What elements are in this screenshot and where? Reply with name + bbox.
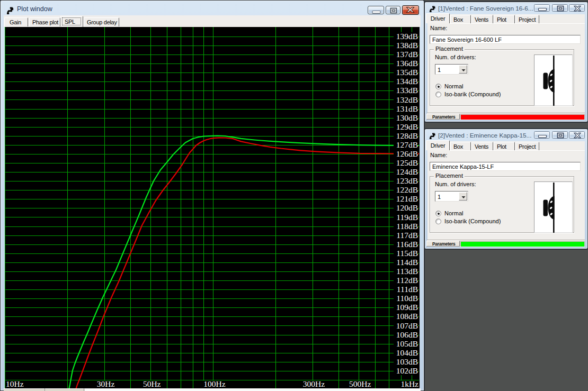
- svg-text:139dB: 139dB: [396, 32, 418, 41]
- svg-text:132dB: 132dB: [396, 95, 418, 104]
- svg-text:136dB: 136dB: [396, 59, 418, 68]
- svg-text:108dB: 108dB: [396, 312, 418, 321]
- svg-text:112dB: 112dB: [396, 276, 418, 285]
- svg-text:125dB: 125dB: [396, 158, 418, 167]
- svg-text:128dB: 128dB: [396, 131, 418, 140]
- svg-text:117dB: 117dB: [396, 231, 418, 240]
- svg-text:131dB: 131dB: [396, 104, 418, 113]
- svg-text:109dB: 109dB: [396, 303, 418, 312]
- svg-text:127dB: 127dB: [396, 140, 418, 149]
- svg-text:116dB: 116dB: [396, 240, 418, 249]
- svg-text:110dB: 110dB: [396, 294, 418, 303]
- svg-text:120dB: 120dB: [396, 203, 418, 212]
- svg-text:121dB: 121dB: [396, 194, 418, 203]
- svg-text:114dB: 114dB: [396, 258, 418, 267]
- svg-text:102dB: 102dB: [396, 366, 418, 375]
- svg-text:133dB: 133dB: [396, 86, 418, 95]
- svg-text:118dB: 118dB: [396, 222, 418, 231]
- svg-text:105dB: 105dB: [396, 339, 418, 348]
- svg-text:135dB: 135dB: [396, 68, 418, 77]
- svg-text:103dB: 103dB: [396, 357, 418, 366]
- svg-text:500Hz: 500Hz: [349, 379, 371, 388]
- svg-text:1kHz: 1kHz: [400, 379, 418, 388]
- svg-text:104dB: 104dB: [396, 348, 418, 357]
- svg-text:119dB: 119dB: [396, 213, 418, 222]
- svg-text:107dB: 107dB: [396, 321, 418, 330]
- svg-text:124dB: 124dB: [396, 167, 418, 176]
- svg-text:122dB: 122dB: [396, 185, 418, 194]
- svg-text:138dB: 138dB: [396, 41, 418, 50]
- svg-text:137dB: 137dB: [396, 50, 418, 59]
- svg-text:129dB: 129dB: [396, 122, 418, 131]
- svg-text:106dB: 106dB: [396, 330, 418, 339]
- svg-text:130dB: 130dB: [396, 113, 418, 122]
- svg-text:30Hz: 30Hz: [97, 379, 115, 388]
- svg-text:134dB: 134dB: [396, 77, 418, 86]
- svg-text:115dB: 115dB: [396, 249, 418, 258]
- svg-text:10Hz: 10Hz: [6, 379, 24, 388]
- svg-text:50Hz: 50Hz: [143, 379, 161, 388]
- svg-text:100Hz: 100Hz: [203, 379, 225, 388]
- svg-text:113dB: 113dB: [396, 267, 418, 276]
- svg-text:111dB: 111dB: [397, 285, 418, 294]
- svg-text:300Hz: 300Hz: [303, 379, 325, 388]
- svg-text:123dB: 123dB: [396, 176, 418, 185]
- svg-text:126dB: 126dB: [396, 149, 418, 158]
